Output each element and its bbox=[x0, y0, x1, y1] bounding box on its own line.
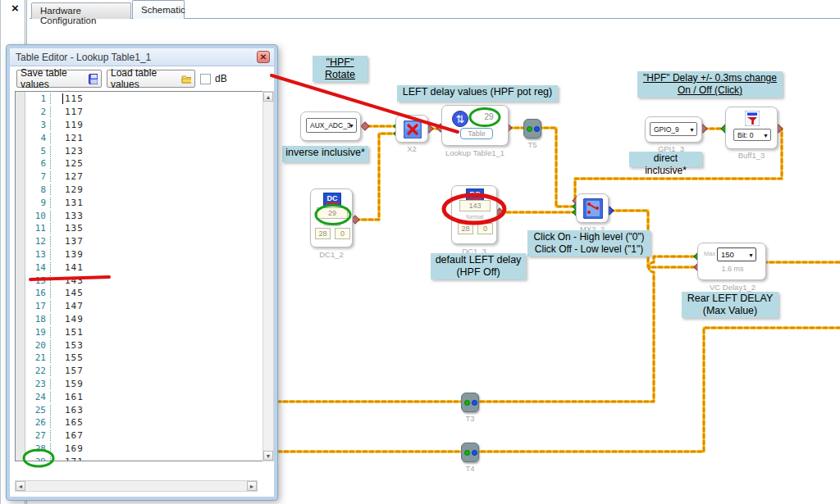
table-value[interactable]: 129 bbox=[51, 184, 84, 195]
table-row[interactable]: 6125 bbox=[26, 157, 268, 170]
table-row[interactable]: 11135 bbox=[26, 222, 268, 235]
table-row[interactable]: 15143 bbox=[26, 274, 268, 287]
block-x2[interactable] bbox=[395, 115, 428, 143]
table-row[interactable]: 25163 bbox=[26, 403, 268, 416]
table-row[interactable]: 3119 bbox=[26, 119, 268, 132]
dialog-close-button[interactable]: ✕ bbox=[257, 51, 270, 63]
table-value[interactable]: 141 bbox=[51, 262, 84, 273]
table-value[interactable]: 125 bbox=[51, 158, 84, 169]
block-dc1-3[interactable]: DC 143 format 28 0 bbox=[451, 185, 497, 244]
tab-hardware-configuration[interactable]: Hardware Configuration bbox=[31, 2, 131, 19]
table-row[interactable]: 8129 bbox=[26, 184, 268, 197]
load-table-values-button[interactable]: Load table values bbox=[107, 70, 195, 88]
table-row[interactable]: 26165 bbox=[26, 416, 268, 429]
table-row[interactable]: 2117 bbox=[26, 106, 268, 119]
table-row[interactable]: 7127 bbox=[26, 170, 268, 184]
table-row[interactable]: 5123 bbox=[26, 144, 268, 157]
table-value[interactable]: 171 bbox=[51, 456, 84, 461]
table-value[interactable]: 121 bbox=[51, 133, 84, 143]
block-buff1-3[interactable]: Bit: 0 ▼ bbox=[725, 107, 778, 149]
dc1-2-format-int-field[interactable]: 28 bbox=[315, 228, 331, 239]
table-value[interactable]: 139 bbox=[51, 249, 84, 260]
table-value[interactable]: 147 bbox=[51, 301, 84, 311]
block-gpi1-3[interactable]: GPIO_9 ▼ bbox=[645, 116, 702, 143]
table-row[interactable]: 24161 bbox=[26, 390, 268, 403]
table-button[interactable]: Table bbox=[460, 128, 493, 139]
table-row[interactable]: 10133 bbox=[26, 209, 268, 222]
block-t3[interactable] bbox=[461, 393, 479, 412]
table-value[interactable]: 155 bbox=[51, 352, 84, 363]
dc1-2-value-field[interactable]: 29 bbox=[317, 207, 348, 219]
delay-max-dropdown[interactable]: 150 ▼ bbox=[717, 247, 756, 261]
table-value[interactable]: 159 bbox=[51, 379, 84, 389]
table-row[interactable]: 29171 bbox=[26, 455, 268, 461]
table-value[interactable]: 163 bbox=[51, 405, 84, 415]
table-value[interactable]: 131 bbox=[51, 198, 84, 208]
table-row[interactable]: 4121 bbox=[26, 131, 268, 144]
table-value[interactable]: 157 bbox=[51, 366, 84, 376]
scroll-up-arrow[interactable]: ▲ bbox=[263, 92, 273, 102]
table-value[interactable]: 117 bbox=[51, 107, 84, 117]
dc1-3-value-field[interactable]: 143 bbox=[459, 200, 491, 211]
save-table-values-button[interactable]: Save table values bbox=[16, 70, 102, 88]
scroll-down-arrow[interactable]: ▼ bbox=[263, 451, 273, 461]
table-row[interactable]: 19151 bbox=[26, 325, 268, 338]
table-row[interactable]: 17147 bbox=[26, 300, 268, 313]
tab-schematic[interactable]: Schematic bbox=[132, 0, 185, 19]
table-value[interactable]: 119 bbox=[51, 120, 84, 130]
table-value[interactable]: 127 bbox=[51, 171, 84, 182]
table-values-editor[interactable]: 1115211731194121512361257127812991311013… bbox=[15, 91, 269, 461]
table-value[interactable]: 123 bbox=[51, 146, 84, 157]
table-row[interactable]: 22157 bbox=[26, 365, 268, 378]
table-row[interactable]: 14141 bbox=[26, 261, 268, 274]
adc-source-dropdown[interactable]: AUX_ADC_3 ▼ bbox=[306, 118, 357, 133]
table-row[interactable]: 16145 bbox=[26, 287, 268, 300]
block-mx2-2[interactable] bbox=[576, 193, 609, 223]
table-row[interactable]: 27167 bbox=[26, 429, 268, 443]
table-row[interactable]: 20153 bbox=[26, 338, 268, 352]
table-row[interactable]: 28169 bbox=[26, 443, 268, 456]
scroll-right-arrow[interactable]: ► bbox=[247, 481, 257, 491]
dc1-3-format-int-field[interactable]: 28 bbox=[458, 223, 473, 234]
lookup-index-value: 29 bbox=[475, 112, 503, 121]
table-value[interactable]: 161 bbox=[51, 392, 84, 402]
table-value[interactable]: 135 bbox=[51, 223, 84, 234]
horizontal-scrollbar[interactable]: ◄ ► bbox=[15, 480, 258, 492]
dc1-2-format-frac-field[interactable]: 0 bbox=[335, 228, 350, 239]
table-value[interactable]: 153 bbox=[51, 340, 84, 351]
block-t4[interactable] bbox=[461, 443, 479, 462]
scroll-left-arrow[interactable]: ◄ bbox=[16, 481, 25, 491]
block-dc1-2[interactable]: DC 29 format 28 0 bbox=[310, 188, 353, 247]
table-row[interactable]: 21155 bbox=[26, 352, 268, 365]
chevron-down-icon: ▼ bbox=[763, 132, 769, 138]
table-row[interactable]: 9131 bbox=[26, 196, 268, 209]
table-value[interactable]: 145 bbox=[51, 288, 84, 298]
dialog-title[interactable]: Table Editor - Lookup Table1_1 bbox=[10, 48, 274, 66]
table-row[interactable]: 1115 bbox=[26, 93, 268, 106]
table-value[interactable]: 167 bbox=[51, 430, 84, 441]
table-value[interactable]: 115 bbox=[51, 93, 84, 104]
table-value[interactable]: 143 bbox=[51, 275, 84, 286]
block-adc-in1-2[interactable]: AUX_ADC_3 ▼ bbox=[300, 111, 361, 141]
table-value[interactable]: 165 bbox=[51, 417, 84, 428]
annotation-direct-inclusive: direct inclusive* bbox=[629, 152, 702, 167]
close-icon[interactable]: × bbox=[11, 1, 19, 15]
table-row[interactable]: 12137 bbox=[26, 235, 268, 248]
vertical-scrollbar[interactable]: ▲ ▼ bbox=[262, 91, 274, 461]
table-value[interactable]: 151 bbox=[51, 327, 84, 338]
table-row[interactable]: 23159 bbox=[26, 378, 268, 391]
table-value[interactable]: 169 bbox=[51, 443, 84, 454]
block-lookup-table[interactable]: ⇅ 29 Table bbox=[441, 105, 509, 146]
table-row[interactable]: 13139 bbox=[26, 248, 268, 261]
table-value[interactable]: 133 bbox=[51, 211, 84, 221]
table-row[interactable]: 18149 bbox=[26, 313, 268, 326]
block-t5[interactable] bbox=[523, 119, 541, 138]
table-value[interactable]: 137 bbox=[51, 236, 84, 247]
gpio-source-dropdown[interactable]: GPIO_9 ▼ bbox=[650, 122, 697, 136]
db-checkbox[interactable] bbox=[200, 74, 211, 84]
block-vc-delay[interactable]: Max 150 ▼ 1.6 ms bbox=[697, 243, 766, 280]
dc1-3-format-frac-field[interactable]: 0 bbox=[477, 223, 493, 234]
t3-block-label: T3 bbox=[465, 414, 474, 423]
bit-select-dropdown[interactable]: Bit: 0 ▼ bbox=[733, 129, 771, 141]
table-value[interactable]: 149 bbox=[51, 314, 84, 325]
